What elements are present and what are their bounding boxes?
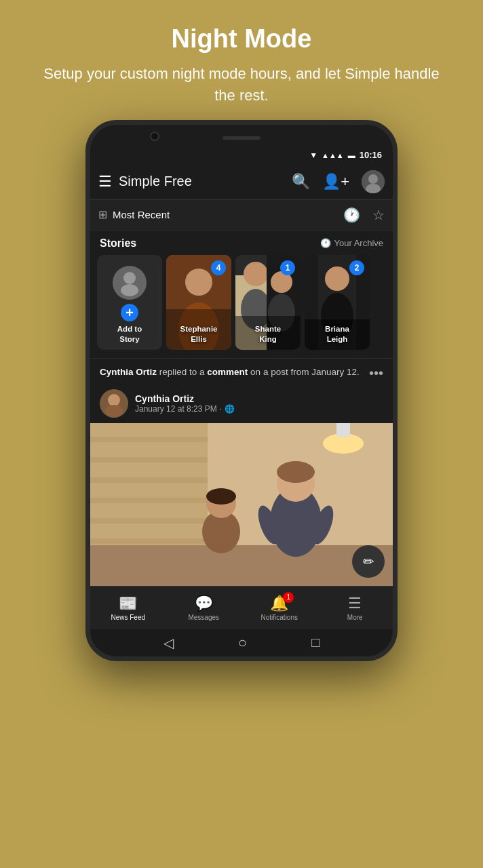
notifications-label: Notifications	[261, 614, 298, 621]
menu-icon[interactable]: ☰	[98, 173, 112, 191]
stories-header: Stories 🕐 Your Archive	[90, 231, 393, 254]
page-background: Night Mode Setup your custom night mode …	[0, 0, 483, 868]
back-button[interactable]: ◁	[163, 635, 174, 651]
page-header: Night Mode Setup your custom night mode …	[0, 0, 483, 120]
add-story-avatar-img	[113, 266, 147, 300]
user-avatar[interactable]	[362, 170, 385, 193]
history-icon[interactable]: 🕐	[343, 207, 360, 223]
post-meta: Cynthia Ortiz January 12 at 8:23 PM · 🌐	[90, 385, 393, 423]
svg-rect-30	[90, 477, 208, 483]
svg-rect-28	[90, 437, 208, 442]
svg-rect-37	[90, 545, 393, 586]
post-meta-time: January 12 at 8:23 PM	[135, 404, 217, 414]
shante-label: ShanteKing	[235, 324, 301, 344]
bottom-nav: 📰 News Feed 💬 Messages 🔔 1 Notifications…	[90, 586, 393, 629]
briana-count-badge: 2	[349, 260, 364, 275]
post-meta-author: Cynthia Ortiz	[135, 393, 235, 404]
svg-point-25	[105, 405, 123, 417]
svg-point-20	[325, 267, 349, 291]
stephanie-count-badge: 4	[211, 260, 226, 275]
post-more-btn[interactable]: •••	[362, 366, 383, 381]
phone-device: ▼ ▲▲▲ ▬ 10:16 ☰ Simple Free 🔍 👤+	[85, 120, 398, 661]
add-story-avatar	[113, 266, 147, 300]
phone-camera	[150, 132, 159, 141]
archive-label: Your Archive	[334, 238, 383, 248]
svg-point-4	[123, 272, 136, 284]
post-author-name: Cynthia Ortiz	[100, 367, 157, 377]
svg-point-43	[277, 461, 315, 483]
avatar-image	[362, 170, 385, 193]
stephanie-label: StephanieEllis	[166, 324, 231, 344]
post-meta-time-row: January 12 at 8:23 PM · 🌐	[135, 404, 235, 414]
signal-icon: ▲▲▲	[322, 151, 344, 159]
briana-label: BrianaLeigh	[305, 324, 370, 344]
search-icon[interactable]: 🔍	[292, 173, 310, 191]
svg-rect-29	[90, 457, 208, 462]
post-author-avatar[interactable]	[100, 389, 128, 418]
notifications-icon-wrap: 🔔 1	[270, 595, 288, 612]
archive-clock-icon: 🕐	[320, 238, 331, 248]
post-comment-bold: comment	[207, 367, 248, 377]
svg-rect-32	[90, 518, 208, 524]
shante-count-badge: 1	[280, 260, 295, 275]
home-button[interactable]: ○	[238, 634, 247, 652]
svg-point-1	[368, 174, 378, 184]
phone-bottom-bar: ◁ ○ □	[90, 629, 393, 656]
app-title: Simple Free	[119, 174, 292, 189]
app-bar: ☰ Simple Free 🔍 👤+	[90, 164, 393, 199]
post-replied-text: replied to a	[159, 367, 208, 377]
filter-label: Most Recent	[113, 209, 343, 220]
post-image: ✏	[90, 423, 393, 586]
status-bar: ▼ ▲▲▲ ▬ 10:16	[90, 146, 393, 164]
nav-item-messages[interactable]: 💬 Messages	[166, 595, 242, 621]
add-story-label: Add toStory	[97, 324, 162, 344]
edit-fab-button[interactable]: ✏	[352, 545, 385, 578]
wifi-icon: ▼	[309, 151, 317, 160]
svg-point-12	[244, 262, 268, 286]
nav-item-notifications[interactable]: 🔔 1 Notifications	[242, 595, 317, 621]
svg-rect-36	[336, 423, 350, 437]
post-notification: Cynthia Ortiz replied to a comment on a …	[90, 358, 393, 385]
more-icon: ☰	[348, 595, 362, 612]
stories-row: + Add toStory 4 StephanieEllis	[90, 254, 393, 358]
post-photo	[90, 423, 393, 586]
star-icon[interactable]: ☆	[372, 207, 385, 223]
recent-button[interactable]: □	[311, 635, 320, 650]
newsfeed-icon: 📰	[119, 595, 137, 612]
messages-label: Messages	[188, 614, 219, 621]
cynthia-avatar	[100, 389, 128, 418]
nav-item-newsfeed[interactable]: 📰 News Feed	[90, 595, 166, 621]
story-add-card[interactable]: + Add toStory	[97, 255, 162, 350]
page-subtitle: Setup your custom night mode hours, and …	[41, 63, 442, 106]
filter-grid-icon: ⊞	[98, 208, 107, 221]
svg-point-7	[185, 269, 212, 296]
story-card-briana[interactable]: 2 BrianaLeigh	[305, 255, 370, 350]
app-actions: 🔍 👤+	[292, 170, 385, 193]
stories-section: Stories 🕐 Your Archive	[90, 231, 393, 358]
post-trail-text: on a post from January 12.	[250, 367, 360, 377]
messages-icon: 💬	[195, 595, 213, 612]
stories-title: Stories	[100, 237, 136, 250]
story-card-shante[interactable]: 1 ShanteKing	[235, 255, 301, 350]
svg-rect-33	[90, 538, 208, 544]
svg-point-24	[108, 394, 120, 406]
phone-top-hardware	[90, 125, 393, 146]
page-title: Night Mode	[41, 24, 442, 54]
svg-rect-31	[90, 498, 208, 503]
add-story-plus-btn[interactable]: +	[121, 304, 138, 321]
add-friend-icon[interactable]: 👤+	[322, 173, 349, 191]
nav-item-more[interactable]: ☰ More	[317, 595, 393, 621]
battery-icon: ▬	[348, 151, 355, 159]
filter-bar[interactable]: ⊞ Most Recent 🕐 ☆	[90, 199, 393, 231]
phone-speaker	[223, 136, 260, 140]
filter-actions: 🕐 ☆	[343, 207, 385, 223]
newsfeed-label: News Feed	[111, 614, 145, 621]
notifications-badge: 1	[283, 592, 294, 603]
post-meta-dot: ·	[220, 404, 222, 414]
post-meta-info: Cynthia Ortiz January 12 at 8:23 PM · 🌐	[135, 393, 235, 414]
story-card-stephanie[interactable]: 4 StephanieEllis	[166, 255, 231, 350]
stories-archive-btn[interactable]: 🕐 Your Archive	[320, 238, 383, 248]
svg-point-40	[206, 488, 236, 505]
more-label: More	[347, 614, 363, 621]
svg-point-5	[121, 284, 138, 296]
